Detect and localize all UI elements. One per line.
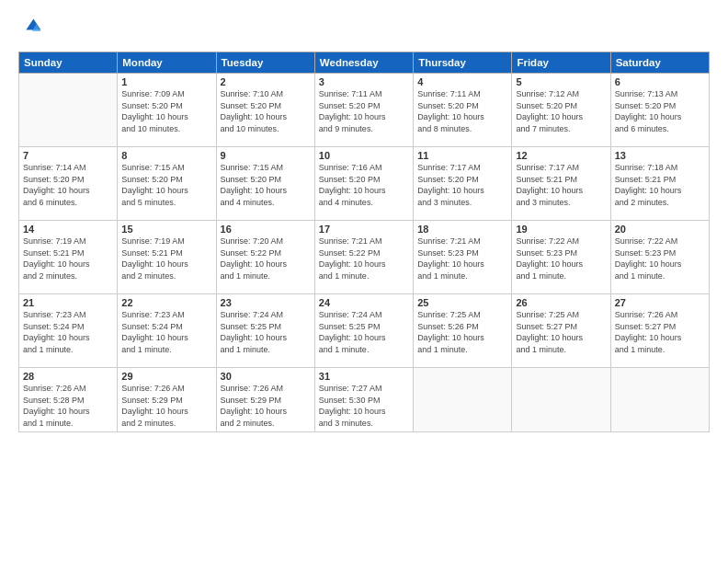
day-info: Sunrise: 7:24 AMSunset: 5:25 PMDaylight:… bbox=[221, 309, 311, 355]
day-number: 20 bbox=[615, 224, 705, 235]
calendar-day-cell: 28Sunrise: 7:26 AMSunset: 5:28 PMDayligh… bbox=[19, 368, 118, 432]
calendar-day-cell: 13Sunrise: 7:18 AMSunset: 5:21 PMDayligh… bbox=[610, 147, 709, 221]
day-info: Sunrise: 7:16 AMSunset: 5:20 PMDaylight:… bbox=[319, 162, 409, 208]
day-info: Sunrise: 7:15 AMSunset: 5:20 PMDaylight:… bbox=[121, 162, 211, 208]
day-info: Sunrise: 7:17 AMSunset: 5:21 PMDaylight:… bbox=[516, 162, 606, 208]
calendar-day-cell: 5Sunrise: 7:12 AMSunset: 5:20 PMDaylight… bbox=[512, 74, 610, 147]
day-number: 31 bbox=[319, 371, 409, 382]
calendar-day-cell bbox=[610, 368, 709, 432]
calendar-day-cell: 20Sunrise: 7:22 AMSunset: 5:23 PMDayligh… bbox=[610, 221, 709, 294]
day-number: 24 bbox=[319, 297, 409, 308]
calendar-day-cell: 1Sunrise: 7:09 AMSunset: 5:20 PMDaylight… bbox=[118, 74, 216, 147]
header bbox=[18, 17, 710, 42]
day-number: 8 bbox=[121, 150, 211, 161]
day-info: Sunrise: 7:25 AMSunset: 5:27 PMDaylight:… bbox=[516, 309, 606, 355]
calendar-day-cell bbox=[414, 368, 512, 432]
calendar-day-cell: 8Sunrise: 7:15 AMSunset: 5:20 PMDaylight… bbox=[118, 147, 216, 221]
day-info: Sunrise: 7:26 AMSunset: 5:29 PMDaylight:… bbox=[121, 383, 211, 429]
calendar-week-row: 1Sunrise: 7:09 AMSunset: 5:20 PMDaylight… bbox=[19, 74, 710, 147]
day-info: Sunrise: 7:14 AMSunset: 5:20 PMDaylight:… bbox=[23, 162, 113, 208]
day-number: 27 bbox=[615, 297, 705, 308]
day-number: 11 bbox=[417, 150, 507, 161]
day-info: Sunrise: 7:17 AMSunset: 5:20 PMDaylight:… bbox=[417, 162, 507, 208]
calendar-header-monday: Monday bbox=[118, 52, 216, 74]
day-info: Sunrise: 7:13 AMSunset: 5:20 PMDaylight:… bbox=[615, 88, 705, 134]
calendar-header-saturday: Saturday bbox=[610, 52, 709, 74]
day-info: Sunrise: 7:19 AMSunset: 5:21 PMDaylight:… bbox=[23, 236, 113, 282]
calendar-day-cell: 18Sunrise: 7:21 AMSunset: 5:23 PMDayligh… bbox=[414, 221, 512, 294]
calendar-header-friday: Friday bbox=[512, 52, 610, 74]
day-info: Sunrise: 7:09 AMSunset: 5:20 PMDaylight:… bbox=[121, 88, 211, 134]
calendar-day-cell: 16Sunrise: 7:20 AMSunset: 5:22 PMDayligh… bbox=[216, 221, 314, 294]
day-number: 14 bbox=[23, 224, 113, 235]
day-number: 26 bbox=[516, 297, 606, 308]
calendar-header-wednesday: Wednesday bbox=[314, 52, 413, 74]
calendar-day-cell: 14Sunrise: 7:19 AMSunset: 5:21 PMDayligh… bbox=[19, 221, 118, 294]
day-number: 2 bbox=[221, 76, 311, 87]
day-number: 7 bbox=[23, 150, 113, 161]
calendar-day-cell: 31Sunrise: 7:27 AMSunset: 5:30 PMDayligh… bbox=[314, 368, 413, 432]
day-number: 12 bbox=[516, 150, 606, 161]
day-number: 21 bbox=[23, 297, 113, 308]
day-info: Sunrise: 7:11 AMSunset: 5:20 PMDaylight:… bbox=[319, 88, 409, 134]
calendar-day-cell: 19Sunrise: 7:22 AMSunset: 5:23 PMDayligh… bbox=[512, 221, 610, 294]
day-number: 13 bbox=[615, 150, 705, 161]
calendar-day-cell: 26Sunrise: 7:25 AMSunset: 5:27 PMDayligh… bbox=[512, 294, 610, 368]
calendar-day-cell: 24Sunrise: 7:24 AMSunset: 5:25 PMDayligh… bbox=[314, 294, 413, 368]
day-number: 9 bbox=[221, 150, 311, 161]
day-number: 29 bbox=[121, 371, 211, 382]
day-info: Sunrise: 7:23 AMSunset: 5:24 PMDaylight:… bbox=[23, 309, 113, 355]
calendar-day-cell: 29Sunrise: 7:26 AMSunset: 5:29 PMDayligh… bbox=[118, 368, 216, 432]
day-info: Sunrise: 7:26 AMSunset: 5:29 PMDaylight:… bbox=[221, 383, 311, 429]
day-info: Sunrise: 7:18 AMSunset: 5:21 PMDaylight:… bbox=[615, 162, 705, 208]
day-number: 1 bbox=[121, 76, 211, 87]
day-number: 25 bbox=[417, 297, 507, 308]
day-number: 3 bbox=[319, 76, 409, 87]
day-info: Sunrise: 7:27 AMSunset: 5:30 PMDaylight:… bbox=[319, 383, 409, 429]
calendar-day-cell: 4Sunrise: 7:11 AMSunset: 5:20 PMDaylight… bbox=[414, 74, 512, 147]
calendar-day-cell: 15Sunrise: 7:19 AMSunset: 5:21 PMDayligh… bbox=[118, 221, 216, 294]
day-number: 6 bbox=[615, 76, 705, 87]
calendar-day-cell: 23Sunrise: 7:24 AMSunset: 5:25 PMDayligh… bbox=[216, 294, 314, 368]
day-info: Sunrise: 7:12 AMSunset: 5:20 PMDaylight:… bbox=[516, 88, 606, 134]
day-number: 23 bbox=[221, 297, 311, 308]
calendar-day-cell: 11Sunrise: 7:17 AMSunset: 5:20 PMDayligh… bbox=[414, 147, 512, 221]
day-info: Sunrise: 7:20 AMSunset: 5:22 PMDaylight:… bbox=[221, 236, 311, 282]
calendar-day-cell: 22Sunrise: 7:23 AMSunset: 5:24 PMDayligh… bbox=[118, 294, 216, 368]
calendar-week-row: 28Sunrise: 7:26 AMSunset: 5:28 PMDayligh… bbox=[19, 368, 710, 432]
calendar-page: SundayMondayTuesdayWednesdayThursdayFrid… bbox=[0, 0, 728, 563]
day-number: 30 bbox=[221, 371, 311, 382]
calendar-day-cell bbox=[19, 74, 118, 147]
calendar-day-cell: 21Sunrise: 7:23 AMSunset: 5:24 PMDayligh… bbox=[19, 294, 118, 368]
day-info: Sunrise: 7:26 AMSunset: 5:27 PMDaylight:… bbox=[615, 309, 705, 355]
day-info: Sunrise: 7:26 AMSunset: 5:28 PMDaylight:… bbox=[23, 383, 113, 429]
day-number: 28 bbox=[23, 371, 113, 382]
day-number: 16 bbox=[221, 224, 311, 235]
calendar-table: SundayMondayTuesdayWednesdayThursdayFrid… bbox=[18, 52, 710, 432]
day-number: 18 bbox=[417, 224, 507, 235]
day-info: Sunrise: 7:15 AMSunset: 5:20 PMDaylight:… bbox=[221, 162, 311, 208]
day-info: Sunrise: 7:19 AMSunset: 5:21 PMDaylight:… bbox=[121, 236, 211, 282]
day-info: Sunrise: 7:10 AMSunset: 5:20 PMDaylight:… bbox=[221, 88, 311, 134]
calendar-day-cell: 27Sunrise: 7:26 AMSunset: 5:27 PMDayligh… bbox=[610, 294, 709, 368]
calendar-day-cell: 17Sunrise: 7:21 AMSunset: 5:22 PMDayligh… bbox=[314, 221, 413, 294]
day-info: Sunrise: 7:24 AMSunset: 5:25 PMDaylight:… bbox=[319, 309, 409, 355]
calendar-day-cell bbox=[512, 368, 610, 432]
day-info: Sunrise: 7:21 AMSunset: 5:23 PMDaylight:… bbox=[417, 236, 507, 282]
calendar-week-row: 7Sunrise: 7:14 AMSunset: 5:20 PMDaylight… bbox=[19, 147, 710, 221]
calendar-day-cell: 6Sunrise: 7:13 AMSunset: 5:20 PMDaylight… bbox=[610, 74, 709, 147]
calendar-day-cell: 9Sunrise: 7:15 AMSunset: 5:20 PMDaylight… bbox=[216, 147, 314, 221]
day-info: Sunrise: 7:23 AMSunset: 5:24 PMDaylight:… bbox=[121, 309, 211, 355]
calendar-day-cell: 12Sunrise: 7:17 AMSunset: 5:21 PMDayligh… bbox=[512, 147, 610, 221]
day-number: 15 bbox=[121, 224, 211, 235]
calendar-week-row: 14Sunrise: 7:19 AMSunset: 5:21 PMDayligh… bbox=[19, 221, 710, 294]
calendar-header-tuesday: Tuesday bbox=[216, 52, 314, 74]
day-number: 19 bbox=[516, 224, 606, 235]
day-info: Sunrise: 7:22 AMSunset: 5:23 PMDaylight:… bbox=[516, 236, 606, 282]
calendar-day-cell: 7Sunrise: 7:14 AMSunset: 5:20 PMDaylight… bbox=[19, 147, 118, 221]
day-number: 17 bbox=[319, 224, 409, 235]
day-number: 4 bbox=[417, 76, 507, 87]
day-info: Sunrise: 7:25 AMSunset: 5:26 PMDaylight:… bbox=[417, 309, 507, 355]
calendar-header-sunday: Sunday bbox=[19, 52, 118, 74]
day-info: Sunrise: 7:22 AMSunset: 5:23 PMDaylight:… bbox=[615, 236, 705, 282]
